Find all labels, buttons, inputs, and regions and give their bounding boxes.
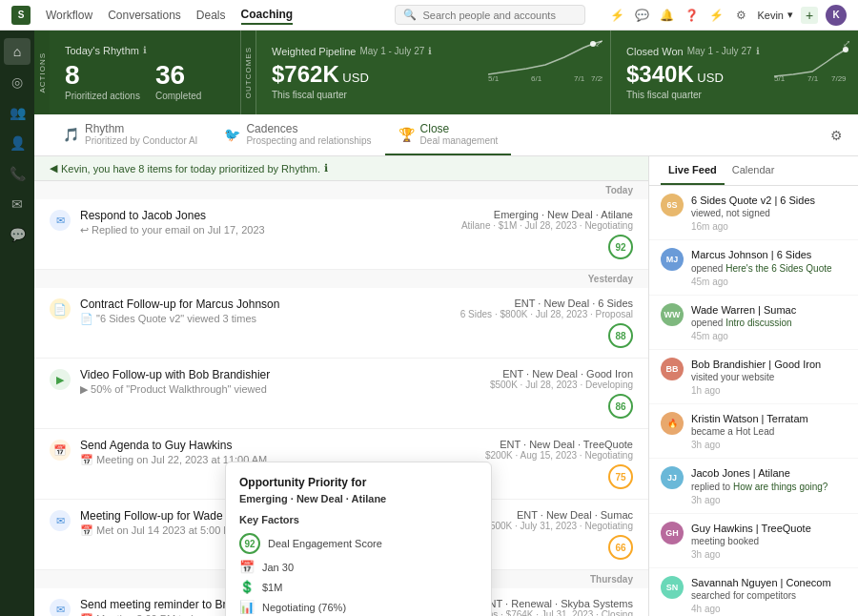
sidebar-item-person[interactable]: 👤 [4,130,31,156]
search-input[interactable] [422,10,577,21]
task-title: Video Follow-up with Bob Brandishier [80,368,480,381]
tab-cadences[interactable]: 🐦 Cadences Prospecting and relationships [211,114,384,155]
feed-item[interactable]: 6S 6 Sides Quote v2 | 6 Sides viewed, no… [649,186,858,240]
group-label-yesterday: Yesterday [34,270,648,288]
task-sub: ▶ 50% of "Product Walkthrough" viewed [80,383,480,396]
bell-icon[interactable]: 🔔 [658,7,675,24]
sidebar-item-email[interactable]: ✉ [4,191,31,217]
popup-amount: $1M [262,582,282,593]
tab-live-feed[interactable]: Live Feed [661,156,725,185]
task-right: ENT · New Deal · TreeQuote $200K · Aug 1… [485,439,633,489]
user-name: Kevin [757,10,784,21]
avatar[interactable]: K [826,5,847,26]
tab-cadences-subtitle: Prospecting and relationships [246,135,371,146]
sidebar-item-compass[interactable]: ◎ [4,69,31,95]
nav-conversations[interactable]: Conversations [108,7,181,24]
task-deal: Emerging · New Deal · Atilane [461,209,633,220]
lightning-icon[interactable]: ⚡ [608,7,625,24]
add-button[interactable]: + [801,7,818,24]
gear-icon[interactable]: ⚙ [732,7,749,24]
chat-icon[interactable]: 💬 [633,7,650,24]
sidebar-item-home[interactable]: ⌂ [4,38,31,65]
tab-calendar[interactable]: Calendar [725,156,783,185]
closed-expand-icon[interactable]: ⤢ [843,38,850,49]
svg-text:7/29: 7/29 [831,74,847,81]
pipeline-date: May 1 - July 27 [359,46,424,56]
popup-stage: Negotiating (76%) [262,602,346,613]
search-icon: 🔍 [403,9,417,21]
closed-date: May 1 - July 27 [687,46,752,56]
closed-info-icon[interactable]: ℹ [756,46,760,56]
feed-avatar: BB [661,358,684,380]
popup-stage-row: 📊 Negotiating (76%) [239,600,478,614]
sidebar-item-phone[interactable]: 📞 [4,160,31,187]
rhythm-completed: 36 [155,60,201,91]
sidebar-item-users[interactable]: 👥 [4,99,31,126]
task-item[interactable]: 📄 Contract Follow-up for Marcus Johnson … [34,288,648,359]
feed-item[interactable]: WW Wade Warren | Sumac opened Intro disc… [649,296,858,350]
calendar-icon: 📅 [239,560,255,574]
feed-item[interactable]: BB Bob Brandishier | Good Iron visited y… [649,350,858,404]
nav-coaching[interactable]: Coaching [241,6,294,25]
task-right: ENT · New Deal · 6 Sides 6 Sides · $800K… [460,298,633,348]
feed-item[interactable]: 🔥 Kristin Watson | Terratam became a Hot… [649,404,858,459]
score-badge: 92 [608,235,633,259]
feed-item[interactable]: GH Guy Hawkins | TreeQuote meeting booke… [649,514,858,568]
nav-workflow[interactable]: Workflow [46,7,92,24]
feed-action: meeting booked [691,535,847,547]
feed-content: Jacob Jones | Atilane replied to How are… [691,466,847,504]
feed-item[interactable]: SN Savannah Nguyen | Conecom searched fo… [649,568,858,616]
sidebar: ⌂ ◎ 👥 👤 📞 ✉ 💬 [0,31,34,616]
pipeline-expand-icon[interactable]: ⤢ [595,38,603,49]
bolt-icon[interactable]: ⚡ [707,7,725,24]
task-deal-details: Atilane · $1M · Jul 28, 2023 · Negotiati… [461,220,633,231]
task-item[interactable]: ✉ Respond to Jacob Jones ↩ Replied to yo… [34,199,648,270]
task-deal: ENT · New Deal · TreeQuote [485,439,633,450]
rhythm-notice-info: ℹ [324,162,328,175]
feed-time: 4h ago [691,604,847,614]
feed-content: Kristin Watson | Terratam became a Hot L… [691,412,847,450]
popup-for: for [351,476,366,489]
feed-time: 3h ago [691,440,847,450]
svg-text:6/1: 6/1 [531,74,542,81]
feed-action: viewed, not signed [691,207,847,219]
feed-avatar: 6S [661,194,684,216]
search-box[interactable]: 🔍 [395,5,585,25]
tab-rhythm[interactable]: 🎵 Rhythm Prioritized by Conductor AI [50,114,211,155]
feed-avatar: 🔥 [661,412,684,435]
feed-avatar: MJ [661,248,684,271]
user-menu[interactable]: Kevin ▾ [757,9,793,21]
feed-item[interactable]: JJ Jacob Jones | Atilane replied to How … [649,459,858,513]
pipeline-info-icon[interactable]: ℹ [428,46,432,56]
top-right-icons: ⚡ 💬 🔔 ❓ ⚡ ⚙ Kevin ▾ + K [608,5,847,26]
filter-icon[interactable]: ⚙ [830,128,843,143]
task-video-icon: ▶ [50,369,71,390]
svg-text:7/1: 7/1 [574,74,585,81]
back-icon: ◀ [50,162,57,175]
task-sub: ↩ Replied to your email on Jul 17, 2023 [80,224,452,236]
group-label-today: Today [34,181,648,199]
sidebar-item-chat[interactable]: 💬 [4,221,31,248]
question-icon[interactable]: ❓ [683,7,700,24]
feed-avatar: WW [661,303,684,326]
opportunity-popup: Opportunity Priority for Emerging · New … [225,462,492,616]
feed-item[interactable]: MJ Marcus Johnson | 6 Sides opened Here'… [649,240,858,295]
task-item[interactable]: ▶ Video Follow-up with Bob Brandishier ▶… [34,359,648,429]
popup-score-label: Deal Engagement Score [268,538,382,549]
tab-close-subtitle: Deal management [420,135,499,146]
feed-avatar: JJ [661,466,684,489]
cadences-icon: 🐦 [224,127,240,142]
info-icon[interactable]: ℹ [143,45,147,55]
task-deal: ENT · New Deal · Good Iron [490,368,633,380]
feed-content: Marcus Johnson | 6 Sides opened Here's t… [691,248,847,286]
task-email-icon: 📄 [50,298,71,319]
chevron-down-icon: ▾ [787,9,793,21]
top-nav: S Workflow Conversations Deals Coaching … [0,0,858,31]
feed-time: 3h ago [691,495,847,505]
right-feed: Live Feed Calendar 6S 6 Sides Quote v2 |… [648,156,858,616]
popup-section-title: Key Factors [239,514,478,525]
tab-close[interactable]: 🏆 Close Deal management [385,114,512,155]
feed-tabs: Live Feed Calendar [649,156,858,186]
sub-nav-right: ⚙ [830,128,843,143]
nav-deals[interactable]: Deals [196,7,226,24]
